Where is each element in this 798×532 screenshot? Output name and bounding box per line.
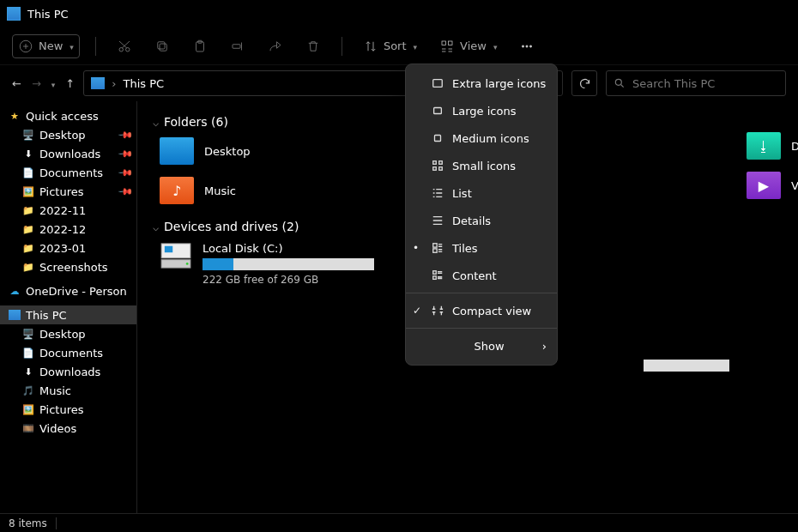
sidebar-item[interactable]: 📁2022-11 <box>0 201 136 220</box>
sidebar-item-label: Screenshots <box>39 261 108 274</box>
drive-name: Local Disk (C:) <box>203 242 374 255</box>
svg-rect-22 <box>439 161 443 165</box>
view-menu-item[interactable]: Content <box>406 262 557 289</box>
chevron-down-icon <box>493 39 498 52</box>
view-menu-show[interactable]: Show › <box>406 332 557 360</box>
rename-button[interactable] <box>225 35 251 57</box>
view-menu-item[interactable]: •Tiles <box>406 234 557 262</box>
sidebar-item[interactable]: 📁Screenshots <box>0 257 136 276</box>
sidebar-item[interactable]: 🖥️Desktop📌 <box>0 125 136 144</box>
svg-rect-8 <box>442 41 446 45</box>
menu-label: List <box>452 187 472 200</box>
chevron-down-icon <box>153 115 159 129</box>
check-icon: ✓ <box>413 305 421 317</box>
copy-icon <box>154 39 170 54</box>
view-icon <box>439 39 455 54</box>
new-button[interactable]: New <box>12 34 80 58</box>
menu-label: Tiles <box>452 242 478 255</box>
folder-icon: ♪ <box>160 177 194 204</box>
forward-button[interactable]: → <box>32 77 41 90</box>
sidebar-item[interactable]: 📁2022-12 <box>0 220 136 239</box>
chevron-down-icon <box>153 220 159 233</box>
view-menu-item[interactable]: Extra large icons <box>406 70 557 97</box>
sidebar-quick-access[interactable]: ★ Quick access <box>0 106 136 125</box>
search-placeholder: Search This PC <box>632 77 715 90</box>
sidebar-item-label: Desktop <box>39 328 86 341</box>
drive-subtext: 222 GB free of 269 GB <box>203 274 374 286</box>
view-menu-item[interactable]: List <box>406 179 557 207</box>
breadcrumb-current[interactable]: This PC <box>123 77 164 90</box>
view-menu-compact[interactable]: ✓ Compact view <box>406 297 557 324</box>
view-menu-item[interactable]: Large icons <box>406 97 557 124</box>
menu-label: Medium icons <box>452 132 529 145</box>
share-icon <box>268 39 283 54</box>
folder-icon: ⬇ <box>22 148 34 160</box>
view-menu-item[interactable]: Details <box>406 207 557 234</box>
sidebar-item[interactable]: 🎵Music <box>0 381 136 400</box>
sidebar-item-label: 2022-11 <box>39 204 86 217</box>
folder-item[interactable]: ▶Videos <box>747 172 798 199</box>
menu-label: Small icons <box>452 160 516 172</box>
folder-item[interactable]: Desktop <box>160 137 331 165</box>
cut-button[interactable] <box>112 35 137 57</box>
svg-rect-26 <box>433 249 437 252</box>
svg-rect-19 <box>434 108 442 114</box>
refresh-button[interactable] <box>571 70 597 96</box>
sidebar-item[interactable]: 🖼️Pictures📌 <box>0 182 136 201</box>
folder-icon: ⬇ <box>22 366 34 378</box>
folder-label: Downloads <box>791 140 798 153</box>
status-bar: 8 items <box>0 513 798 532</box>
sidebar-item[interactable]: 📁2023-01 <box>0 239 136 257</box>
folder-icon: 🖼️ <box>22 185 34 197</box>
sidebar-item[interactable]: 📄Documents <box>0 343 136 362</box>
more-button[interactable] <box>514 35 540 57</box>
folder-icon: ⭳ <box>747 132 781 160</box>
up-button[interactable]: ↑ <box>65 77 75 90</box>
sidebar-item[interactable]: 🎞️Videos <box>0 419 136 438</box>
svg-rect-28 <box>433 276 437 280</box>
folder-icon: 📄 <box>22 166 34 178</box>
sidebar-item-label: Downloads <box>39 366 100 378</box>
details-icon <box>432 215 444 227</box>
sidebar-item-label: Downloads <box>39 148 100 160</box>
folder-item[interactable]: ♪Music <box>160 177 331 204</box>
sidebar-item[interactable]: 🖥️Desktop <box>0 324 136 343</box>
svg-rect-7 <box>233 44 240 48</box>
plus-circle-icon <box>18 39 33 54</box>
chevron-down-icon <box>414 39 418 52</box>
search-icon <box>614 77 626 89</box>
svg-point-17 <box>186 263 189 265</box>
sidebar-item[interactable]: ⬇Downloads📌 <box>0 144 136 163</box>
history-button[interactable] <box>51 77 56 90</box>
view-menu-item[interactable]: Medium icons <box>406 124 557 152</box>
bullet-icon: • <box>413 242 419 254</box>
sidebar-onedrive[interactable]: ☁ OneDrive - Person <box>0 281 136 300</box>
sidebar-thispc[interactable]: This PC <box>0 305 136 324</box>
search-input[interactable]: Search This PC <box>606 70 786 96</box>
share-button[interactable] <box>263 35 288 57</box>
list-icon <box>432 187 444 199</box>
menu-separator <box>406 293 557 293</box>
sidebar-item-label: Music <box>39 384 71 397</box>
sidebar-item[interactable]: 📄Documents📌 <box>0 163 136 182</box>
svg-rect-21 <box>433 161 437 165</box>
folder-item[interactable]: ⭳Downloads <box>747 132 798 160</box>
cloud-icon: ☁ <box>9 285 21 297</box>
delete-button[interactable] <box>300 35 326 57</box>
status-text: 8 items <box>9 517 47 529</box>
back-button[interactable]: ← <box>12 77 21 90</box>
sidebar-item-label: Videos <box>39 422 76 435</box>
svg-rect-3 <box>160 44 166 51</box>
svg-rect-9 <box>449 41 453 45</box>
paste-button[interactable] <box>187 35 213 57</box>
copy-button[interactable] <box>149 35 175 57</box>
sidebar-item[interactable]: 🖼️Pictures <box>0 400 136 419</box>
svg-rect-25 <box>433 244 437 247</box>
svg-point-11 <box>526 45 528 46</box>
folder-icon: 📄 <box>22 347 34 359</box>
xl-icon <box>432 77 444 89</box>
sort-button[interactable]: Sort <box>358 35 422 57</box>
view-menu-item[interactable]: Small icons <box>406 152 557 179</box>
view-button[interactable]: View <box>434 35 502 57</box>
sidebar-item[interactable]: ⬇Downloads <box>0 362 136 381</box>
